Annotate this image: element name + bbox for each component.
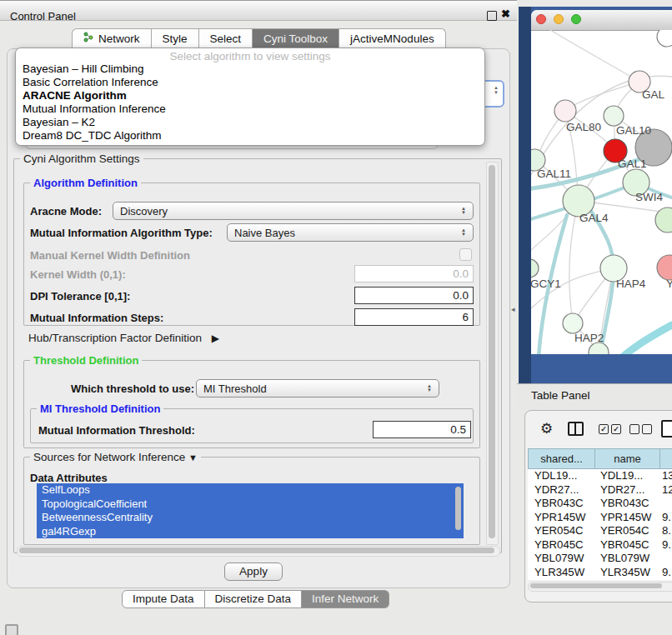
cell-value: 9. bbox=[658, 579, 672, 580]
attribute-item[interactable]: TopologicalCoefficient bbox=[37, 498, 464, 512]
tab-style-label: Style bbox=[163, 29, 188, 48]
apply-button[interactable]: Apply bbox=[224, 562, 283, 581]
divider-left-arrow-icon: ◂ bbox=[511, 305, 515, 313]
tab-impute-data[interactable]: Impute Data bbox=[122, 590, 205, 608]
node-partial-top[interactable] bbox=[657, 30, 672, 47]
network-window-titlebar[interactable] bbox=[531, 10, 672, 31]
data-attributes-list[interactable]: SelfLoops TopologicalCoefficient Between… bbox=[37, 483, 464, 538]
dpi-tolerance-field[interactable]: 0.0 bbox=[354, 287, 474, 304]
dropdown-item[interactable]: Bayesian – K2 bbox=[16, 116, 484, 129]
network-view-window[interactable]: GAL GAL80 GAL10 GAL1 GAL11 SWI4 GAL4 GCY… bbox=[531, 10, 672, 354]
cell-value: 13 bbox=[658, 469, 672, 483]
table-row[interactable]: YER054C YER054C 8. bbox=[528, 524, 672, 538]
cell-value: 9. bbox=[658, 511, 672, 525]
algorithm-definition-title: Algorithm Definition bbox=[30, 177, 141, 189]
control-panel-title: Control Panel bbox=[10, 10, 76, 22]
mi-type-label: Mutual Information Algorithm Type: bbox=[30, 227, 213, 239]
dropdown-item[interactable]: Basic Correlation Inference bbox=[16, 76, 484, 89]
mi-threshold-label: Mutual Information Threshold: bbox=[38, 424, 195, 437]
table-row[interactable]: YDR27... YDR27... 12 bbox=[528, 483, 672, 498]
tab-cyni-toolbox[interactable]: Cyni Toolbox bbox=[253, 28, 339, 48]
cell-value bbox=[658, 497, 672, 511]
table-row[interactable]: YBR045C YBR045C 9. bbox=[528, 538, 672, 552]
tab-infer-network[interactable]: Infer Network bbox=[302, 590, 389, 608]
split-table-icon[interactable] bbox=[568, 422, 584, 436]
dropdown-item[interactable]: Dream8 DC_TDC Algorithm bbox=[16, 129, 484, 142]
mi-type-combobox[interactable]: Naive Bayes ▲▼ bbox=[227, 223, 474, 242]
node-salmon-right[interactable] bbox=[657, 255, 672, 280]
collapse-down-icon: ▼ bbox=[188, 452, 198, 462]
mac-close-button[interactable] bbox=[536, 14, 546, 24]
node-gcy1[interactable] bbox=[531, 259, 539, 278]
column-header-shared-name[interactable]: shared... bbox=[528, 448, 594, 469]
cell-value: 9. bbox=[658, 566, 672, 580]
settings-scrollbar[interactable] bbox=[486, 162, 499, 545]
threshold-definition-title: Threshold Definition bbox=[30, 354, 142, 367]
mi-type-value: Naive Bayes bbox=[234, 227, 295, 239]
mac-zoom-button[interactable] bbox=[571, 14, 581, 24]
close-icon[interactable]: ✖ bbox=[501, 8, 510, 20]
attributes-list-scrollbar[interactable] bbox=[455, 487, 461, 530]
attribute-item[interactable]: gal4RGexp bbox=[37, 525, 464, 539]
table-row[interactable]: YDL19... YDL19... 13 bbox=[528, 469, 672, 483]
node-label: GAL10 bbox=[616, 124, 651, 137]
tab-network[interactable]: Network bbox=[72, 28, 152, 48]
column-header-name[interactable]: name bbox=[594, 448, 659, 469]
tab-discretize-data[interactable]: Discretize Data bbox=[205, 590, 303, 608]
mac-minimize-button[interactable] bbox=[554, 14, 564, 24]
table-row[interactable]: YLR345W YLR345W 9. bbox=[528, 566, 672, 580]
hub-definition-toggle[interactable]: Hub/Transcription Factor Definition ▶ bbox=[28, 332, 219, 344]
attribute-item[interactable]: SelfLoops bbox=[37, 483, 464, 498]
gear-icon[interactable]: ⚙ bbox=[540, 420, 553, 438]
mi-steps-field[interactable]: 6 bbox=[354, 308, 474, 326]
column-header-clipped[interactable] bbox=[659, 448, 672, 469]
deselect-all-checkboxes-icon[interactable] bbox=[629, 424, 652, 434]
node-gal10[interactable] bbox=[604, 106, 624, 126]
minimized-panel-icon[interactable] bbox=[5, 624, 18, 635]
cell-name: YBL079W bbox=[594, 552, 658, 566]
attribute-item[interactable]: BetweennessCentrality bbox=[37, 511, 464, 525]
tab-select-label: Select bbox=[210, 29, 242, 48]
table-horizontal-scrollbar[interactable] bbox=[528, 582, 672, 592]
manual-kernel-checkbox[interactable] bbox=[459, 248, 472, 261]
node-label: GAL11 bbox=[537, 168, 571, 180]
float-window-icon[interactable] bbox=[487, 11, 497, 21]
tab-select[interactable]: Select bbox=[199, 28, 253, 48]
node-label: GCY1 bbox=[531, 278, 561, 290]
table-row[interactable]: YBL079W YBL079W bbox=[528, 552, 672, 566]
mi-threshold-field[interactable]: 0.5 bbox=[373, 421, 471, 438]
node-hap2[interactable] bbox=[563, 313, 583, 333]
node-label: SWI4 bbox=[635, 191, 663, 203]
network-graph[interactable]: GAL GAL80 GAL10 GAL1 GAL11 SWI4 GAL4 GCY… bbox=[531, 30, 672, 354]
unchecked-box-icon bbox=[629, 424, 639, 434]
settings-group-title: Cyni Algorithm Settings bbox=[20, 152, 143, 165]
dropdown-placeholder: Select algorithm to view settings bbox=[16, 50, 484, 62]
tab-cyni-toolbox-label: Cyni Toolbox bbox=[263, 29, 328, 48]
dropdown-item-selected[interactable]: ARACNE Algorithm bbox=[16, 89, 484, 102]
node-label: GAL80 bbox=[566, 121, 601, 133]
select-all-checkboxes-icon[interactable]: ✓ ✓ bbox=[599, 424, 621, 434]
dropdown-item[interactable]: Bayesian – Hill Climbing bbox=[16, 62, 484, 76]
node-partial-bottom[interactable] bbox=[589, 342, 609, 354]
cell-name: YDL19... bbox=[594, 469, 658, 483]
kernel-width-field: 0.0 bbox=[354, 265, 474, 282]
node-label: HAP2 bbox=[574, 332, 604, 344]
tab-style[interactable]: Style bbox=[152, 28, 199, 48]
table-row-clipped[interactable]: YJL052C YJL052C 9. bbox=[528, 579, 672, 580]
split-divider-handle[interactable]: ◂ bbox=[511, 305, 515, 313]
node-label: HAP4 bbox=[616, 278, 646, 290]
table-row[interactable]: YBR043C YBR043C bbox=[528, 497, 672, 511]
network-node-labels: GAL GAL80 GAL10 GAL1 GAL11 SWI4 GAL4 GCY… bbox=[531, 88, 672, 344]
table-row[interactable]: YPR145W YPR145W 9. bbox=[528, 511, 672, 525]
which-threshold-combobox[interactable]: MI Threshold ▲▼ bbox=[196, 379, 439, 398]
desktop-shadow-strip bbox=[519, 7, 531, 383]
aracne-mode-combobox[interactable]: Discovery ▲▼ bbox=[113, 202, 474, 220]
new-table-icon[interactable] bbox=[661, 420, 672, 438]
sources-group-toggle[interactable]: Sources for Network Inference ▼ bbox=[30, 451, 201, 463]
table-body[interactable]: YDL19... YDL19... 13 YDR27... YDR27... 1… bbox=[528, 469, 672, 580]
settings-horizontal-scrollbar[interactable] bbox=[17, 546, 500, 557]
tab-jactivemnodules-label: jActiveMNodules bbox=[350, 29, 434, 48]
dropdown-item[interactable]: Mutual Information Inference bbox=[16, 102, 484, 116]
tab-jactivemnodules[interactable]: jActiveMNodules bbox=[339, 28, 446, 48]
node-gal80[interactable] bbox=[554, 100, 576, 122]
